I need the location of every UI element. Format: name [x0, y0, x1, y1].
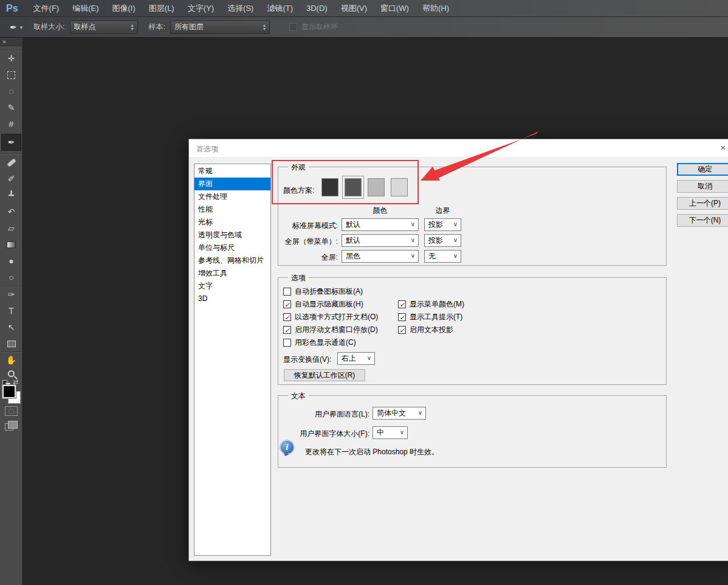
category-file-handling[interactable]: 文件处理 — [194, 190, 270, 203]
checkbox-icon[interactable] — [283, 313, 291, 321]
sample-value: 所有图层 — [174, 22, 258, 32]
foreground-background-swatches[interactable] — [2, 385, 21, 404]
move-tool-icon[interactable]: ✛ — [0, 51, 22, 66]
tool-preset-caret-icon[interactable]: ▾ — [20, 24, 23, 30]
preferences-dialog: 首选项 × 常规 界面 文件处理 性能 光标 透明度与色域 单位与标尺 参考线、… — [188, 139, 728, 561]
gradient-tool-icon[interactable] — [0, 237, 22, 252]
lasso-tool-icon[interactable]: ◌ — [0, 84, 22, 99]
color-column-header: 颜色 — [342, 206, 419, 216]
show-menu-colors-checkbox-row[interactable]: 显示菜单颜色(M) — [398, 299, 464, 310]
chevron-down-icon: ∨ — [453, 252, 458, 259]
dodge-tool-icon[interactable]: ○ — [0, 270, 22, 285]
dialog-title: 首选项 — [196, 144, 218, 154]
checkbox-icon[interactable] — [283, 326, 291, 334]
checkbox-icon[interactable] — [283, 288, 291, 296]
menu-3d[interactable]: 3D(D) — [300, 0, 334, 17]
eyedropper-icon[interactable]: ✒ — [10, 22, 17, 32]
menu-window[interactable]: 窗口(W) — [374, 0, 416, 17]
checkbox-icon[interactable] — [283, 300, 291, 308]
pen-tool-icon[interactable]: ✑ — [0, 287, 22, 302]
ui-language-dropdown[interactable]: 简体中文∨ — [373, 407, 426, 420]
ui-font-size-dropdown[interactable]: 中∨ — [373, 426, 408, 439]
checkbox-icon[interactable] — [398, 326, 406, 334]
zoom-tool-icon[interactable] — [0, 366, 22, 381]
dropdown-value: 中 — [377, 428, 384, 438]
sample-size-label: 取样大小: — [33, 22, 64, 32]
category-units-rulers[interactable]: 单位与标尺 — [194, 241, 270, 254]
category-performance[interactable]: 性能 — [194, 203, 270, 216]
blur-tool-icon[interactable]: ● — [0, 254, 22, 268]
menu-image[interactable]: 图像(I) — [106, 0, 142, 17]
menu-help[interactable]: 帮助(H) — [416, 0, 456, 17]
clone-stamp-tool-icon[interactable]: ┻ — [0, 188, 22, 202]
checkbox-label: 启用浮动文档窗口停放(D) — [295, 325, 378, 335]
enable-text-drop-shadows-checkbox-row[interactable]: 启用文本投影 — [398, 325, 453, 335]
open-documents-as-tabs-checkbox-row[interactable]: 以选项卡方式打开文档(O) — [283, 312, 378, 322]
fullscreen-color-dropdown[interactable]: 黑色∨ — [342, 250, 419, 263]
enable-floating-document-docking-checkbox-row[interactable]: 启用浮动文档窗口停放(D) — [283, 325, 378, 335]
fullscreen-menu-color-dropdown[interactable]: 默认∨ — [342, 234, 419, 247]
eraser-tool-icon[interactable]: ▱ — [0, 221, 22, 235]
menu-file[interactable]: 文件(F) — [27, 0, 66, 17]
show-channels-in-color-checkbox-row[interactable]: 用彩色显示通道(C) — [283, 338, 356, 348]
category-type[interactable]: 文字 — [194, 280, 270, 292]
auto-show-hidden-panels-checkbox-row[interactable]: 自动显示隐藏面板(H) — [283, 299, 363, 310]
rectangle-tool-icon[interactable] — [0, 336, 22, 351]
crop-tool-icon[interactable]: # — [0, 117, 22, 131]
cancel-button[interactable]: 取消 — [677, 180, 728, 193]
restore-default-workspaces-button[interactable]: 恢复默认工作区(R) — [284, 369, 365, 381]
category-interface[interactable]: 界面 — [194, 178, 270, 190]
menu-edit[interactable]: 编辑(E) — [66, 0, 105, 17]
path-selection-tool-icon[interactable]: ↖ — [0, 320, 22, 334]
transformation-values-dropdown[interactable]: 右上∨ — [337, 352, 375, 365]
checkbox-label: 显示菜单颜色(M) — [410, 299, 464, 310]
divider — [1, 286, 21, 286]
category-transparency[interactable]: 透明度与色域 — [194, 229, 270, 241]
sample-dropdown[interactable]: 所有图层 ▴▾ — [170, 21, 270, 34]
spot-healing-brush-tool-icon[interactable] — [0, 155, 22, 170]
quick-selection-tool-icon[interactable]: ✎ — [0, 100, 22, 115]
category-general[interactable]: 常规 — [194, 165, 270, 178]
rectangular-marquee-tool-icon[interactable] — [0, 68, 22, 82]
chevron-down-icon: ∨ — [453, 221, 458, 227]
sample-size-dropdown[interactable]: 取样点 ▴▾ — [70, 21, 138, 34]
screen-mode-icon[interactable] — [5, 421, 18, 431]
show-sampling-ring-checkbox[interactable] — [289, 23, 297, 31]
checkbox-label: 自动显示隐藏面板(H) — [295, 299, 363, 310]
sample-label: 样本: — [149, 22, 165, 32]
close-icon[interactable]: × — [716, 142, 728, 154]
fullscreen-border-dropdown[interactable]: 无∨ — [424, 250, 461, 263]
toolbar-collapse-button[interactable]: » — [0, 38, 22, 46]
category-3d[interactable]: 3D — [194, 292, 270, 305]
menu-layer[interactable]: 图层(L) — [142, 0, 181, 17]
category-cursors[interactable]: 光标 — [194, 216, 270, 229]
standard-screen-color-dropdown[interactable]: 默认∨ — [342, 218, 419, 231]
standard-screen-border-dropdown[interactable]: 投影∨ — [424, 218, 461, 231]
menu-view[interactable]: 视图(V) — [334, 0, 374, 17]
type-tool-icon[interactable]: T — [0, 303, 22, 318]
history-brush-tool-icon[interactable]: ↶ — [0, 204, 22, 219]
photoshop-logo: Ps — [0, 3, 27, 14]
foreground-color-swatch[interactable] — [2, 385, 16, 398]
spinner-icon: ▴▾ — [263, 24, 266, 31]
show-tool-tips-checkbox-row[interactable]: 显示工具提示(T) — [398, 312, 462, 322]
menu-type[interactable]: 文字(Y) — [181, 0, 221, 17]
chevron-down-icon: ∨ — [418, 409, 422, 416]
eyedropper-tool-icon[interactable]: ✒ — [1, 134, 21, 151]
prev-button[interactable]: 上一个(P) — [677, 197, 728, 210]
category-guides-grid[interactable]: 参考线、网格和切片 — [194, 254, 270, 267]
checkbox-icon[interactable] — [398, 300, 406, 308]
menu-filter[interactable]: 滤镜(T) — [260, 0, 300, 17]
checkbox-icon[interactable] — [283, 339, 291, 347]
quick-mask-mode-icon[interactable] — [5, 406, 18, 416]
fullscreen-menu-border-dropdown[interactable]: 投影∨ — [424, 234, 461, 247]
brush-tool-icon[interactable]: ✐ — [0, 171, 22, 186]
menu-select[interactable]: 选择(S) — [221, 0, 260, 17]
next-button[interactable]: 下一个(N) — [677, 214, 728, 227]
hand-tool-icon[interactable]: ✋ — [0, 353, 22, 367]
checkbox-label: 自动折叠图标面板(A) — [295, 286, 363, 297]
auto-collapse-panels-checkbox-row[interactable]: 自动折叠图标面板(A) — [283, 286, 363, 297]
category-plugins[interactable]: 增效工具 — [194, 267, 270, 280]
checkbox-icon[interactable] — [398, 313, 406, 321]
ok-button[interactable]: 确定 — [677, 163, 728, 176]
